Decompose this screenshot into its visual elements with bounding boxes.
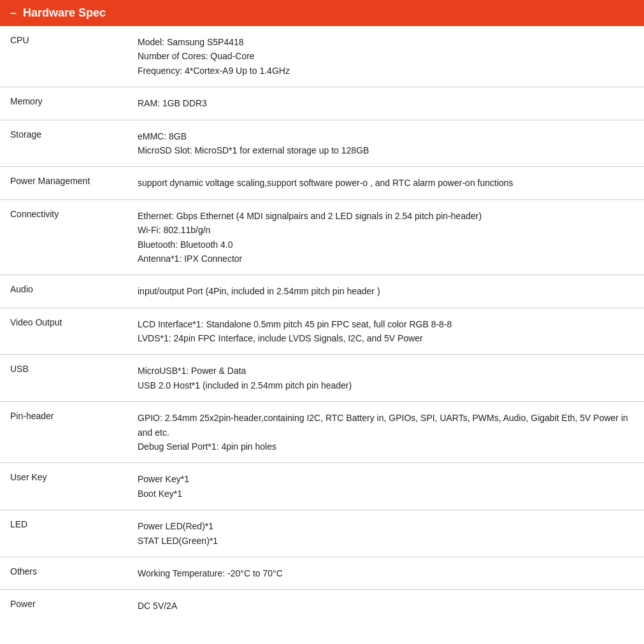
spec-value: Power LED(Red)*1STAT LED(Green)*1 [127, 510, 644, 557]
spec-value-line: USB 2.0 Host*1 (included in 2.54mm pitch… [138, 378, 634, 392]
table-row: LEDPower LED(Red)*1STAT LED(Green)*1 [0, 510, 644, 557]
table-row: Audioinput/output Port (4Pin, included i… [0, 275, 644, 308]
spec-value-line: Number of Cores: Quad-Core [138, 49, 634, 63]
table-row: PowerDC 5V/2A [0, 590, 644, 622]
header-dash: – [10, 6, 17, 20]
spec-value: Working Temperature: -20°C to 70°C [127, 557, 644, 589]
spec-label: Storage [0, 120, 127, 167]
spec-value: eMMC: 8GBMicroSD Slot: MicroSD*1 for ext… [127, 120, 644, 167]
table-row: USBMicroUSB*1: Power & DataUSB 2.0 Host*… [0, 355, 644, 402]
spec-value: Power Key*1Boot Key*1 [127, 463, 644, 510]
spec-value-line: support dynamic voltage scaling,support … [138, 176, 634, 190]
spec-value-line: Debug Serial Port*1: 4pin pin holes [138, 440, 634, 454]
spec-value-line: Frequency: 4*Cortex-A9 Up to 1.4GHz [138, 64, 634, 78]
spec-label: Video Output [0, 308, 127, 355]
table-row: StorageeMMC: 8GBMicroSD Slot: MicroSD*1 … [0, 120, 644, 167]
spec-label: Power Management [0, 167, 127, 199]
spec-value-line: Working Temperature: -20°C to 70°C [138, 566, 634, 580]
table-row: User KeyPower Key*1Boot Key*1 [0, 463, 644, 510]
spec-label: CPU [0, 26, 127, 87]
spec-value-line: input/output Port (4Pin, included in 2.5… [138, 284, 634, 298]
spec-value: GPIO: 2.54mm 25x2pin-header,containing I… [127, 402, 644, 463]
spec-value: LCD Interface*1: Standalone 0.5mm pitch … [127, 308, 644, 355]
spec-value-line: Bluetooth: Bluetooth 4.0 [138, 238, 634, 252]
spec-value: Ethernet: Gbps Ethernet (4 MDI signalpai… [127, 199, 644, 275]
table-row: OthersWorking Temperature: -20°C to 70°C [0, 557, 644, 589]
spec-value-line: LVDS*1: 24pin FPC Interface, include LVD… [138, 331, 634, 345]
spec-value: input/output Port (4Pin, included in 2.5… [127, 275, 644, 308]
spec-label: LED [0, 510, 127, 557]
table-row: Power Managementsupport dynamic voltage … [0, 167, 644, 199]
spec-value: RAM: 1GB DDR3 [127, 87, 644, 120]
spec-value-line: Power Key*1 [138, 472, 634, 486]
spec-label: Pin-header [0, 402, 127, 463]
spec-value-line: GPIO: 2.54mm 25x2pin-header,containing I… [138, 411, 634, 440]
spec-value-line: eMMC: 8GB [138, 129, 634, 143]
table-row: Pin-headerGPIO: 2.54mm 25x2pin-header,co… [0, 402, 644, 463]
spec-value: Model: Samsung S5P4418Number of Cores: Q… [127, 26, 644, 87]
spec-table: CPUModel: Samsung S5P4418Number of Cores… [0, 26, 644, 622]
spec-value-line: DC 5V/2A [138, 599, 634, 613]
table-row: MemoryRAM: 1GB DDR3 [0, 87, 644, 120]
spec-label: Audio [0, 275, 127, 308]
spec-value: MicroUSB*1: Power & DataUSB 2.0 Host*1 (… [127, 355, 644, 402]
spec-value-line: STAT LED(Green)*1 [138, 534, 634, 548]
spec-value: support dynamic voltage scaling,support … [127, 167, 644, 199]
hardware-spec-container: – Hardware Spec CPUModel: Samsung S5P441… [0, 0, 644, 622]
spec-value: DC 5V/2A [127, 590, 644, 622]
table-row: Video OutputLCD Interface*1: Standalone … [0, 308, 644, 355]
spec-value-line: Power LED(Red)*1 [138, 519, 634, 533]
spec-label: Memory [0, 87, 127, 120]
spec-label: Power [0, 590, 127, 622]
spec-label: Connectivity [0, 199, 127, 275]
spec-value-line: Model: Samsung S5P4418 [138, 35, 634, 49]
table-row: ConnectivityEthernet: Gbps Ethernet (4 M… [0, 199, 644, 275]
spec-value-line: Wi-Fi: 802.11b/g/n [138, 223, 634, 237]
spec-label: User Key [0, 463, 127, 510]
spec-value-line: Ethernet: Gbps Ethernet (4 MDI signalpai… [138, 209, 634, 223]
header-title: Hardware Spec [23, 6, 106, 20]
spec-value-line: Boot Key*1 [138, 487, 634, 501]
spec-value-line: LCD Interface*1: Standalone 0.5mm pitch … [138, 317, 634, 331]
spec-value-line: Antenna*1: IPX Connector [138, 252, 634, 266]
spec-label: USB [0, 355, 127, 402]
spec-value-line: RAM: 1GB DDR3 [138, 96, 634, 110]
spec-value-line: MicroSD Slot: MicroSD*1 for external sto… [138, 143, 634, 157]
spec-value-line: MicroUSB*1: Power & Data [138, 364, 634, 378]
table-row: CPUModel: Samsung S5P4418Number of Cores… [0, 26, 644, 87]
spec-label: Others [0, 557, 127, 589]
section-header: – Hardware Spec [0, 0, 644, 26]
